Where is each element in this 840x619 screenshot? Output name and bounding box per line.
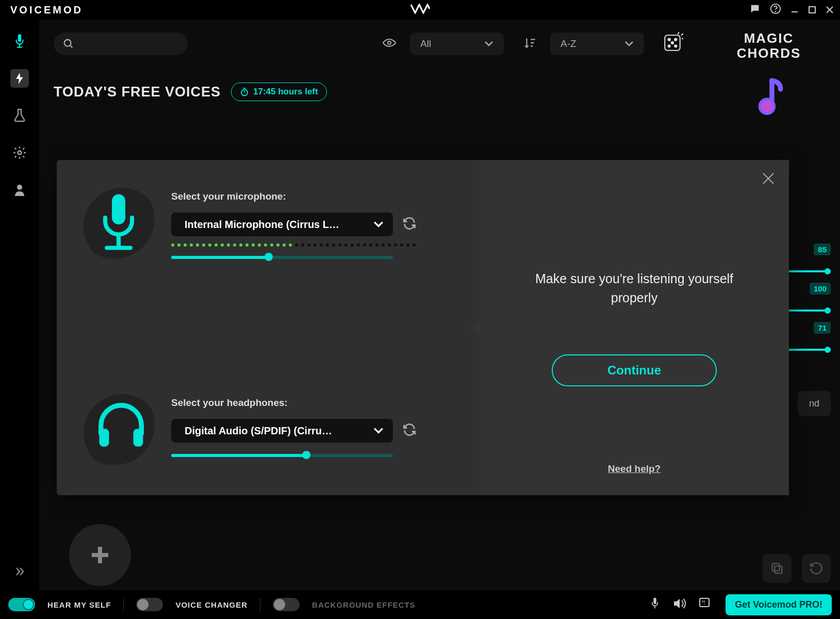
discord-icon[interactable] [749,3,761,17]
sort-value: A-Z [561,38,577,50]
svg-point-33 [760,99,775,114]
continue-button[interactable]: Continue [552,354,717,386]
svg-rect-34 [772,564,780,571]
brand-logo-icon [410,4,431,16]
chevron-down-icon [624,41,634,47]
music-note-icon [753,77,784,115]
svg-rect-6 [18,34,21,42]
svg-line-26 [681,34,683,35]
mic-level-meter [171,243,449,247]
hp-volume-slider[interactable] [171,454,393,457]
svg-point-14 [388,41,391,44]
svg-point-22 [671,42,673,44]
svg-point-23 [668,45,670,47]
svg-rect-40 [112,194,125,225]
mic-select[interactable]: Internal Microphone (Cirrus L… [171,213,393,236]
hp-label: Select your headphones: [171,397,449,409]
filter-view-dropdown[interactable]: All [410,32,504,55]
svg-point-21 [674,39,677,41]
need-help-link[interactable]: Need help? [608,463,661,475]
svg-rect-36 [654,598,656,604]
get-pro-button[interactable]: Get Voicemod PRO! [726,594,832,615]
timer-text: 17:45 hours left [253,87,318,97]
minimize-icon[interactable] [790,6,799,14]
sidebar-settings-icon[interactable] [10,143,29,162]
mic-volume-slider[interactable] [171,256,393,259]
headphones-icon [93,397,150,464]
sort-dropdown[interactable]: A-Z [550,32,644,55]
modal-right: Make sure you're listening yourself prop… [480,160,789,495]
mic-select-value: Internal Microphone (Cirrus L… [185,219,339,231]
modal-message: Make sure you're listening yourself prop… [510,269,758,308]
section-header: TODAY'S FREE VOICES 17:45 hours left [54,83,685,101]
right-panel-title: MAGIC CHORDS [703,31,835,60]
sidebar-voicebox-icon[interactable] [10,32,29,51]
modal-close-icon[interactable] [761,171,776,188]
top-filters: All A-Z [54,32,685,56]
random-dice-icon[interactable] [662,32,685,56]
help-icon[interactable] [770,3,781,17]
svg-point-1 [776,11,776,12]
close-icon[interactable] [826,6,834,14]
svg-point-11 [17,185,22,190]
visibility-icon[interactable] [382,38,397,50]
sidebar-account-icon[interactable] [10,181,29,199]
reset-icon[interactable] [802,554,831,583]
toggle-background-effects[interactable] [273,598,300,611]
hp-select[interactable]: Digital Audio (S/PDIF) (Cirru… [171,419,393,443]
brand-text: VOICEMOD [6,4,83,16]
svg-rect-3 [809,7,815,13]
sort-icon [523,36,537,52]
sidebar [0,20,39,590]
audio-setup-modal: Select your microphone: Internal Microph… [57,160,789,495]
svg-text:*!: *! [702,600,705,606]
svg-point-12 [64,40,71,46]
headphones-block: Select your headphones: Digital Audio (S… [93,397,449,464]
timer-badge: 17:45 hours left [231,83,327,101]
titlebar: VOICEMOD [0,0,840,20]
chevron-down-icon [484,41,493,47]
microphone-block: Select your microphone: Internal Microph… [93,191,449,259]
svg-line-27 [682,39,683,39]
maximize-icon[interactable] [808,6,816,14]
hp-refresh-icon[interactable] [402,422,417,439]
search-input[interactable] [54,32,188,55]
svg-point-24 [674,45,677,47]
label-background-effects: BACKGROUND EFFECTS [312,600,416,609]
mic-status-icon[interactable] [649,597,661,612]
bottom-bar: HEAR MY SELF VOICE CHANGER BACKGROUND EF… [0,590,840,619]
sidebar-soundboard-icon[interactable] [10,69,29,88]
speaker-status-icon[interactable] [673,598,686,611]
section-title: TODAY'S FREE VOICES [54,84,221,100]
filter-view-value: All [420,38,431,50]
svg-rect-44 [134,429,143,447]
toggle-voice-changer[interactable] [136,598,163,611]
sidebar-voicelab-icon[interactable] [10,106,29,125]
toggle-hear-myself[interactable] [8,598,35,611]
label-voice-changer: VOICE CHANGER [175,600,248,609]
mute-alert-icon[interactable]: *! [699,597,713,612]
svg-point-10 [18,151,22,155]
mic-refresh-icon[interactable] [402,216,417,233]
svg-line-13 [70,45,73,48]
svg-point-20 [668,39,670,41]
sidebar-expand-icon[interactable] [10,562,29,581]
copy-icon[interactable] [763,554,792,583]
svg-line-25 [678,32,679,34]
right-panel-button[interactable]: nd [798,391,831,416]
microphone-icon [93,191,150,258]
svg-rect-43 [100,429,109,447]
svg-rect-35 [775,566,782,573]
modal-left: Select your microphone: Internal Microph… [57,160,480,495]
chevron-down-icon [373,427,384,434]
hp-select-value: Digital Audio (S/PDIF) (Cirru… [185,425,332,437]
label-hear-myself: HEAR MY SELF [47,600,111,609]
timer-icon [240,87,249,96]
chevron-down-icon [373,221,384,228]
add-voice-button[interactable] [69,524,131,586]
plus-icon [88,543,112,567]
mic-label: Select your microphone: [171,191,449,202]
